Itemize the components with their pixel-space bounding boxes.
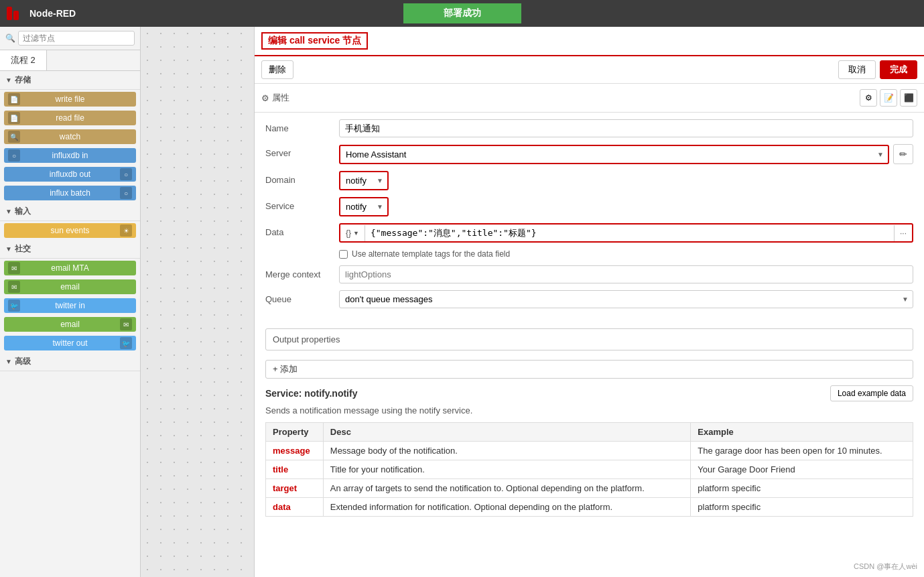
node-twitter-out[interactable]: twitter out 🐦 xyxy=(4,336,136,350)
domain-row: Domain notify ▼ xyxy=(265,171,913,190)
tab-liu-cheng[interactable]: 流程 2 xyxy=(0,50,47,70)
service-row: Service notify ▼ xyxy=(265,197,913,216)
property-name: target xyxy=(266,479,324,498)
name-label: Name xyxy=(265,119,332,133)
domain-label: Domain xyxy=(265,171,332,185)
node-watch[interactable]: 🔍 watch xyxy=(4,129,136,144)
chevron-down-icon: ▼ xyxy=(873,147,888,162)
domain-select-wrap: notify ▼ xyxy=(339,171,389,190)
output-properties: Output properties xyxy=(265,328,913,350)
delete-button[interactable]: 删除 xyxy=(261,60,293,79)
app-title: Node-RED xyxy=(29,8,76,19)
name-input[interactable] xyxy=(339,119,913,137)
right-panel: 编辑 call service 节点 删除 取消 完成 ⚙ 属性 ⚙ 📝 ⬛ xyxy=(254,27,924,577)
property-desc: Message body of the notification. xyxy=(323,442,690,460)
email-icon: ✉ xyxy=(8,281,20,293)
property-example: platform specific xyxy=(691,479,913,498)
col-example: Example xyxy=(691,423,913,442)
service-label: Service xyxy=(265,197,332,211)
service-select[interactable]: notify xyxy=(340,198,373,215)
queue-label: Queue xyxy=(265,290,332,304)
file-icon: 📄 xyxy=(8,112,20,124)
add-button[interactable]: + 添加 xyxy=(265,360,913,379)
expand-button[interactable]: ··· xyxy=(894,225,912,241)
section-input[interactable]: ▼ 输入 xyxy=(0,202,140,221)
node-twitter-in[interactable]: 🐦 twitter in xyxy=(4,298,136,313)
chevron-down-icon: ▼ xyxy=(373,200,387,214)
properties-bar: ⚙ 属性 ⚙ 📝 ⬛ xyxy=(255,84,924,113)
chevron-down-icon: ▼ xyxy=(5,245,12,253)
service-title: Service: notify.notify xyxy=(265,388,357,399)
service-description: Sends a notification message using the n… xyxy=(265,405,913,415)
gear-icon: ⚙ xyxy=(261,93,269,103)
prop-icons: ⚙ 📝 ⬛ xyxy=(860,89,917,107)
deploy-badge: 部署成功 xyxy=(403,3,521,23)
service-select-wrap: notify ▼ xyxy=(339,197,389,216)
alternate-template-checkbox[interactable] xyxy=(339,250,348,259)
sun-icon: ☀ xyxy=(120,225,132,237)
node-email[interactable]: ✉ email xyxy=(4,279,136,294)
section-storage[interactable]: ▼ 存储 xyxy=(0,71,140,90)
alternate-template-row: Use alternate template tags for the data… xyxy=(339,249,913,259)
export-icon-btn[interactable]: ⬛ xyxy=(900,89,917,107)
domain-select[interactable]: notify xyxy=(340,172,373,189)
merge-context-label: Merge context xyxy=(265,265,332,279)
properties-title: ⚙ 属性 xyxy=(261,92,289,104)
queue-select-wrap: don't queue messages ▼ xyxy=(339,290,913,308)
node-influx-batch[interactable]: influx batch ○ xyxy=(4,186,136,200)
panel-title-bar: 编辑 call service 节点 xyxy=(255,27,924,56)
sidebar-search-bar: 🔍 xyxy=(0,27,140,50)
name-row: Name xyxy=(265,119,913,137)
col-desc: Desc xyxy=(323,423,690,442)
settings-icon-btn[interactable]: ⚙ xyxy=(860,89,877,107)
cancel-button[interactable]: 取消 xyxy=(838,60,876,79)
node-read-file[interactable]: 📄 read file xyxy=(4,111,136,125)
data-type-label: {} xyxy=(346,229,351,238)
description-icon-btn[interactable]: 📝 xyxy=(880,89,897,107)
email-icon: ✉ xyxy=(120,318,132,330)
action-right: 取消 完成 xyxy=(838,60,917,79)
section-social[interactable]: ▼ 社交 xyxy=(0,240,140,259)
node-email-mta[interactable]: ✉ email MTA xyxy=(4,261,136,275)
property-name: title xyxy=(266,460,324,479)
property-desc: Extended information for notification. O… xyxy=(323,498,690,517)
node-influxdb-out[interactable]: influxdb out ○ xyxy=(4,167,136,182)
load-example-button[interactable]: Load example data xyxy=(830,385,913,401)
search-icon: 🔍 xyxy=(5,34,15,43)
property-desc: Title for your notification. xyxy=(323,460,690,479)
data-input[interactable] xyxy=(365,225,894,241)
node-write-file[interactable]: 📄 write file xyxy=(4,92,136,107)
server-row: Server Home Assistant ▼ ✏ xyxy=(265,144,913,164)
done-button[interactable]: 完成 xyxy=(880,60,917,79)
table-row: titleTitle for your notification.Your Ga… xyxy=(266,460,913,479)
server-select-area: Home Assistant ▼ ✏ xyxy=(339,144,913,164)
service-title-row: Service: notify.notify Load example data xyxy=(265,385,913,401)
canvas-area[interactable] xyxy=(141,27,254,577)
action-bar: 删除 取消 完成 xyxy=(255,56,924,84)
chevron-down-icon: ▼ xyxy=(5,76,12,84)
data-row: Data {} ▼ ··· xyxy=(265,223,913,243)
data-input-wrap: {} ▼ ··· xyxy=(339,223,913,243)
server-select[interactable]: Home Assistant xyxy=(340,146,873,163)
sidebar: 🔍 流程 2 ▼ 存储 📄 write file 📄 read file 🔍 w… xyxy=(0,27,141,577)
property-desc: An array of targets to send the notifica… xyxy=(323,479,690,498)
db-icon: ○ xyxy=(8,149,20,162)
twitter-icon: 🐦 xyxy=(120,337,132,349)
table-row: targetAn array of targets to send the no… xyxy=(266,479,913,498)
property-example: Your Garage Door Friend xyxy=(691,460,913,479)
server-label: Server xyxy=(265,144,332,158)
search-input[interactable] xyxy=(18,31,135,46)
merge-context-input[interactable] xyxy=(339,265,913,283)
merge-context-row: Merge context xyxy=(265,265,913,283)
data-type-button[interactable]: {} ▼ xyxy=(340,225,365,241)
node-sun-events[interactable]: sun events ☀ xyxy=(4,223,136,238)
section-advanced[interactable]: ▼ 高级 xyxy=(0,352,140,371)
email-icon: ✉ xyxy=(8,262,20,274)
queue-select[interactable]: don't queue messages xyxy=(340,291,898,308)
edit-server-button[interactable]: ✏ xyxy=(893,144,913,164)
table-row: dataExtended information for notificatio… xyxy=(266,498,913,517)
tab-bar: 流程 2 xyxy=(0,50,140,71)
db-icon: ○ xyxy=(120,187,132,199)
node-influxdb-in[interactable]: ○ influxdb in xyxy=(4,148,136,163)
node-email-out[interactable]: email ✉ xyxy=(4,317,136,332)
